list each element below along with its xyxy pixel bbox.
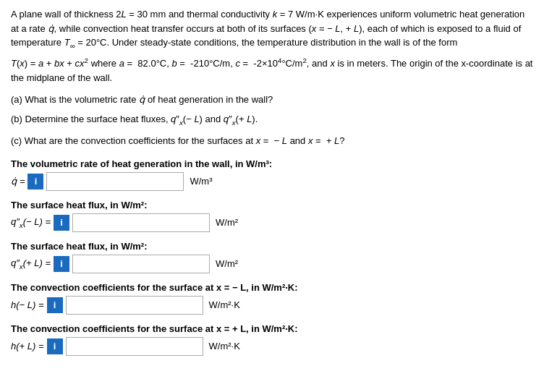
conv-pos-row: h(+ L) = i W/m²·K bbox=[11, 337, 533, 356]
volumetric-unit: W/m³ bbox=[190, 176, 212, 187]
conv-pos-label: h(+ L) = bbox=[11, 341, 44, 351]
flux-pos-row: q″x(+ L) = i W/m² bbox=[11, 255, 533, 273]
flux-pos-info-button[interactable]: i bbox=[54, 256, 69, 272]
flux-neg-info-button[interactable]: i bbox=[54, 215, 69, 231]
conv-pos-section: The convection coefficients for the surf… bbox=[11, 323, 533, 356]
flux-neg-input[interactable] bbox=[72, 213, 210, 232]
volumetric-info-button[interactable]: i bbox=[27, 174, 43, 189]
conv-neg-section: The convection coefficients for the surf… bbox=[11, 282, 533, 315]
question-c-text: (c) What are the convection coefficients… bbox=[11, 134, 533, 148]
question-c: (c) What are the convection coefficients… bbox=[11, 134, 533, 148]
flux-neg-title: The surface heat flux, in W/m²: bbox=[11, 200, 533, 210]
volumetric-input[interactable] bbox=[46, 172, 184, 191]
intro-paragraph: A plane wall of thickness 2L = 30 mm and… bbox=[11, 7, 533, 51]
where-a-text: where a bbox=[91, 59, 124, 69]
flux-neg-label: q″x(− L) = bbox=[11, 216, 51, 229]
volumetric-section: The volumetric rate of heat generation i… bbox=[11, 158, 533, 191]
flux-pos-unit: W/m² bbox=[216, 258, 238, 269]
flux-neg-row: q″x(− L) = i W/m² bbox=[11, 213, 533, 232]
conv-neg-row: h(− L) = i W/m²·K bbox=[11, 296, 533, 315]
conv-neg-info-button[interactable]: i bbox=[47, 297, 63, 313]
volumetric-row: q̇ = i W/m³ bbox=[11, 172, 533, 191]
conv-pos-info-button[interactable]: i bbox=[47, 338, 63, 354]
flux-neg-unit: W/m² bbox=[216, 217, 238, 228]
conv-neg-label: h(− L) = bbox=[11, 299, 44, 310]
conv-pos-unit: W/m²·K bbox=[209, 341, 240, 351]
question-b: (b) Determine the surface heat fluxes, q… bbox=[11, 112, 533, 128]
flux-pos-title: The surface heat flux, in W/m²: bbox=[11, 241, 533, 252]
conv-pos-title: The convection coefficients for the surf… bbox=[11, 323, 533, 334]
question-b-text: (b) Determine the surface heat fluxes, q… bbox=[11, 112, 533, 128]
flux-pos-input[interactable] bbox=[72, 255, 210, 273]
question-a: (a) What is the volumetric rate q̇ of he… bbox=[11, 93, 533, 107]
flux-pos-section: The surface heat flux, in W/m²: q″x(+ L)… bbox=[11, 241, 533, 273]
flux-pos-label: q″x(+ L) = bbox=[11, 257, 51, 270]
question-a-text: (a) What is the volumetric rate q̇ of he… bbox=[11, 93, 533, 107]
problem-text: A plane wall of thickness 2L = 30 mm and… bbox=[11, 7, 533, 85]
volumetric-title: The volumetric rate of heat generation i… bbox=[11, 158, 533, 169]
volumetric-label: q̇ = bbox=[11, 176, 25, 187]
formula-paragraph: T(x) = a + bx + cx2 where a = 82.0°C, b … bbox=[11, 56, 533, 85]
conv-neg-input[interactable] bbox=[66, 296, 203, 315]
conv-pos-input[interactable] bbox=[66, 337, 203, 356]
conv-neg-title: The convection coefficients for the surf… bbox=[11, 282, 533, 293]
conv-neg-unit: W/m²·K bbox=[209, 299, 240, 310]
flux-neg-section: The surface heat flux, in W/m²: q″x(− L)… bbox=[11, 200, 533, 232]
